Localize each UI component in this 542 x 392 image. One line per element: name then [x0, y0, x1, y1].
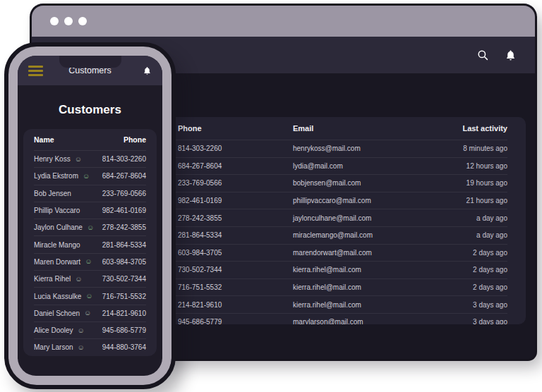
cell-phone: 814-303-2260: [178, 145, 293, 152]
customer-phone: 684-267-8604: [102, 172, 146, 180]
customer-name: Maren Dorwart: [34, 258, 80, 266]
smiley-icon: ☺: [75, 156, 82, 163]
phone-notch: [59, 56, 121, 68]
customer-phone: 814-303-2260: [102, 155, 146, 163]
window-control-dot[interactable]: [78, 17, 87, 25]
cell-email: kierra.rihel@mail.com: [293, 283, 437, 291]
cell-phone: 214-821-9610: [178, 301, 293, 309]
list-item[interactable]: Kierra Rihel ☺ 730-502-7344: [34, 270, 146, 287]
browser-titlebar: [32, 6, 535, 37]
page-title: Customers: [18, 103, 162, 117]
customer-phone: 944-880-3764: [102, 343, 146, 351]
cell-last-activity: 2 days ago: [437, 266, 507, 274]
list-item[interactable]: Jaylon Culhane ☺ 278-242-3855: [34, 219, 146, 235]
cell-phone: 730-502-7344: [178, 266, 293, 274]
customer-phone: 281-864-5334: [102, 241, 146, 249]
customer-name: Henry Koss: [34, 155, 71, 163]
cell-last-activity: 2 days ago: [437, 283, 507, 291]
mobile-table-body: Henry Koss ☺ 814-303-2260 Lydia Ekstrom …: [34, 150, 146, 356]
phone-mockup: Customers Customers Name Phone Henry Kos…: [4, 42, 176, 389]
cell-phone: 684-267-8604: [178, 162, 293, 170]
smiley-icon: ☺: [78, 344, 85, 351]
cell-last-activity: 2 days ago: [437, 249, 507, 257]
customer-phone: 214-821-9610: [102, 310, 146, 317]
customer-name: Lucia Kassulke: [34, 293, 81, 300]
bell-icon[interactable]: [505, 49, 517, 61]
smiley-icon: ☺: [85, 258, 92, 265]
cell-email: henrykoss@mail.com: [293, 145, 437, 152]
smiley-icon: ☺: [83, 173, 90, 180]
customer-phone: 730-502-7344: [102, 275, 146, 283]
customer-phone: 278-242-3855: [102, 223, 146, 231]
customer-name: Daniel Schoen: [34, 310, 80, 317]
smiley-icon: ☺: [84, 310, 91, 317]
cell-email: jaylonculhane@mail.com: [293, 214, 437, 222]
customer-phone: 233-769-0566: [102, 190, 146, 197]
cell-phone: 233-769-0566: [178, 179, 293, 187]
cell-phone: 603-984-3705: [178, 249, 293, 257]
cell-phone: 716-751-5532: [178, 283, 293, 291]
list-item[interactable]: Miracle Mango 281-864-5334: [34, 235, 146, 252]
cell-email: lydia@mail.com: [293, 162, 437, 170]
cell-last-activity: 3 days ago: [437, 301, 507, 309]
customer-phone: 716-751-5532: [102, 293, 146, 300]
smiley-icon: ☺: [78, 327, 85, 334]
cell-last-activity: 8 minutes ago: [437, 145, 507, 152]
cell-email: miraclemango@mail.com: [293, 231, 437, 239]
cell-email: phillipvaccaro@mail.com: [293, 197, 437, 204]
customers-table-mobile: Name Phone Henry Koss ☺ 814-303-2260 Lyd…: [23, 129, 157, 356]
menu-icon[interactable]: [28, 66, 43, 76]
window-control-dot[interactable]: [50, 17, 59, 25]
bell-icon[interactable]: [143, 66, 152, 75]
customer-name: Miracle Mango: [34, 241, 80, 249]
column-header-email: Email: [293, 124, 437, 133]
column-header-name: Name: [34, 135, 54, 144]
list-item[interactable]: Daniel Schoen ☺ 214-821-9610: [34, 305, 146, 321]
cell-email: kierra.rihel@mail.com: [293, 266, 437, 274]
list-item[interactable]: Mary Larson ☺ 944-880-3764: [34, 338, 146, 355]
list-item[interactable]: Lydia Ekstrom ☺ 684-267-8604: [34, 167, 146, 184]
list-item[interactable]: Maren Dorwart ☺ 603-984-3705: [34, 253, 146, 270]
cell-email: marylarson@mail.com: [293, 318, 437, 324]
customer-name: Kierra Rihel: [34, 275, 71, 283]
list-item[interactable]: Henry Koss ☺ 814-303-2260: [34, 150, 146, 167]
cell-email: bobjensen@mail.com: [293, 179, 437, 187]
customer-name: Jaylon Culhane: [34, 223, 83, 231]
customer-name: Mary Larson: [34, 343, 73, 351]
customer-name: Lydia Ekstrom: [34, 172, 78, 180]
column-header-phone: Phone: [124, 135, 146, 144]
cell-last-activity: a day ago: [437, 231, 507, 239]
cell-phone: 982-461-0169: [178, 197, 293, 204]
list-item[interactable]: Lucia Kassulke ☺ 716-751-5532: [34, 287, 146, 304]
mobile-table-header: Name Phone: [34, 129, 146, 150]
cell-email: marendorwart@mail.com: [293, 249, 437, 257]
list-item[interactable]: Bob Jensen 233-769-0566: [34, 185, 146, 202]
cell-phone: 278-242-3855: [178, 214, 293, 222]
smiley-icon: ☺: [85, 293, 92, 300]
column-header-last-activity: Last activity: [437, 124, 507, 133]
customer-name: Phillip Vaccaro: [34, 207, 80, 214]
list-item[interactable]: Phillip Vaccaro 982-461-0169: [34, 202, 146, 219]
customer-phone: 982-461-0169: [102, 207, 146, 214]
cell-last-activity: 3 days ago: [437, 318, 507, 324]
customer-phone: 603-984-3705: [102, 258, 146, 266]
search-icon[interactable]: [476, 49, 489, 61]
smiley-icon: ☺: [87, 224, 94, 231]
cell-last-activity: a day ago: [437, 214, 507, 222]
cell-phone: 281-864-5334: [178, 231, 293, 239]
customer-name: Bob Jensen: [34, 190, 71, 197]
phone-screen: Customers Customers Name Phone Henry Kos…: [18, 56, 162, 376]
customer-phone: 945-686-5779: [102, 326, 146, 334]
cell-last-activity: 12 hours ago: [437, 162, 507, 170]
cell-phone: 945-686-5779: [178, 318, 293, 324]
list-item[interactable]: Alice Dooley ☺ 945-686-5779: [34, 321, 146, 338]
column-header-phone: Phone: [178, 124, 293, 133]
smiley-icon: ☺: [75, 276, 82, 283]
cell-last-activity: 19 hours ago: [437, 179, 507, 187]
window-control-dot[interactable]: [64, 17, 73, 25]
cell-last-activity: 21 hours ago: [437, 197, 507, 204]
customer-name: Alice Dooley: [34, 326, 73, 334]
cell-email: kierra.rihel@mail.com: [293, 301, 437, 309]
